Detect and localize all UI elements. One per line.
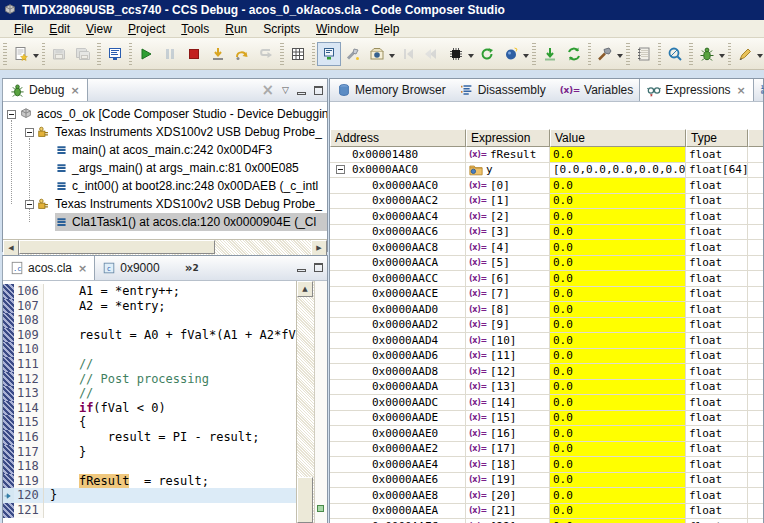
value-cell[interactable]: 0.0 [550, 411, 686, 426]
tree-expander-icon[interactable] [25, 200, 34, 209]
gutter-annotation[interactable] [3, 401, 14, 416]
expression-row[interactable]: 0x0000AAE0(x)=[16]0.0float [330, 426, 763, 442]
load-program-button[interactable] [365, 42, 389, 66]
tab-memory-browser[interactable]: Memory Browser [330, 79, 453, 101]
tab-variables[interactable]: (x)=Variables [553, 79, 641, 101]
editor-tab-acoscla[interactable]: .cacos.cla× [2, 256, 95, 280]
type-cell[interactable]: float [686, 225, 748, 240]
expression-cell[interactable]: (x)=[19] [466, 473, 550, 488]
close-icon[interactable]: × [70, 84, 79, 97]
column-header-address[interactable]: Address [330, 129, 466, 147]
new-wizard-dropdown-icon[interactable] [33, 54, 39, 61]
address-cell[interactable]: 0x0000AADE [330, 411, 466, 426]
connect-chip-dropdown-icon[interactable] [468, 54, 474, 61]
expression-cell[interactable]: (x)=[2] [466, 209, 550, 224]
debug-dropdown-icon[interactable] [719, 54, 725, 61]
type-cell[interactable]: float [686, 442, 748, 457]
code-line[interactable]: 116 result = PI - result; [3, 430, 296, 445]
suspend-button[interactable] [158, 42, 182, 66]
save-button[interactable] [47, 42, 71, 66]
close-icon[interactable]: × [737, 84, 746, 97]
code-text[interactable] [44, 503, 296, 518]
value-cell[interactable]: 0.0 [550, 364, 686, 379]
debug-horizontal-scrollbar[interactable]: ◀ ▶ [3, 239, 327, 256]
flash-settings-button[interactable] [341, 42, 365, 66]
value-cell[interactable]: 0.0 [550, 395, 686, 410]
address-cell[interactable]: 0x0000AAC0 [330, 163, 466, 178]
tree-expander-icon[interactable] [7, 110, 16, 119]
scroll-thumb[interactable] [297, 477, 313, 523]
expression-row[interactable]: 0x0000AADC(x)=[14]0.0float [330, 395, 763, 411]
code-text[interactable]: // [44, 386, 296, 401]
type-cell[interactable]: float [686, 473, 748, 488]
gutter-annotation[interactable] [3, 357, 14, 372]
step-over-button[interactable] [230, 42, 254, 66]
expression-row[interactable]: 0x0000AAE4(x)=[18]0.0float [330, 457, 763, 473]
tab-expressions[interactable]: Expressions× [639, 79, 754, 101]
tree-item[interactable]: acos_0_ok [Code Composer Studio - Device… [19, 105, 327, 123]
type-cell[interactable]: float [686, 271, 748, 286]
expression-cell[interactable]: (x)=[14] [466, 395, 550, 410]
value-cell[interactable]: 0.0 [550, 287, 686, 302]
debug-console-button[interactable] [103, 42, 127, 66]
value-cell[interactable]: 0.0 [550, 271, 686, 286]
code-text[interactable]: result = PI - result; [44, 430, 296, 445]
expression-cell[interactable]: (x)=[7] [466, 287, 550, 302]
gutter-annotation[interactable] [3, 503, 14, 518]
expression-cell[interactable]: (x)=[10] [466, 333, 550, 348]
address-cell[interactable]: 0x0000AAEA [330, 504, 466, 519]
type-cell[interactable]: float [686, 395, 748, 410]
close-icon[interactable]: × [78, 262, 87, 275]
reset-cpu-button[interactable] [475, 42, 499, 66]
value-cell[interactable]: 0.0 [550, 473, 686, 488]
expression-row[interactable]: 0x0000AAD0(x)=[8]0.0float [330, 302, 763, 318]
view-menu-icon[interactable]: ▽ [282, 85, 289, 95]
minimize-icon[interactable] [297, 92, 306, 95]
expression-cell[interactable]: (x)=[17] [466, 442, 550, 457]
type-cell[interactable]: float [686, 194, 748, 209]
type-cell[interactable]: float [686, 364, 748, 379]
address-cell[interactable]: 0x0000AADA [330, 380, 466, 395]
code-text[interactable]: { [44, 415, 296, 430]
tree-row[interactable]: Cla1Task1() at acos.cla:120 0x0000904E (… [3, 213, 327, 231]
menu-edit[interactable]: Edit [41, 21, 78, 37]
menu-file[interactable]: File [6, 21, 41, 37]
expression-row[interactable]: 0x0000AAD6(x)=[11]0.0float [330, 349, 763, 365]
type-cell[interactable]: float [686, 209, 748, 224]
address-cell[interactable]: 0x0000AAE6 [330, 473, 466, 488]
load-program-dropdown-icon[interactable] [389, 54, 395, 61]
expression-cell[interactable]: (x)=[9] [466, 318, 550, 333]
address-cell[interactable]: 0x0000AAD0 [330, 302, 466, 317]
expression-cell[interactable]: (x)=[11] [466, 349, 550, 364]
expression-row[interactable]: 0x0000AAC4(x)=[2]0.0float [330, 209, 763, 225]
type-cell[interactable]: float [686, 426, 748, 441]
expression-cell[interactable]: (x)=[16] [466, 426, 550, 441]
address-cell[interactable]: 0x0000AAD4 [330, 333, 466, 348]
tree-item[interactable]: _args_main() at args_main.c:81 0x00E085 [55, 159, 327, 177]
save-all-button[interactable] [71, 42, 95, 66]
address-cell[interactable]: 0x0000AAC2 [330, 194, 466, 209]
expression-row[interactable]: 0x0000AAD2(x)=[9]0.0float [330, 318, 763, 334]
expression-row[interactable]: 0x0000AAEA(x)=[21]0.0float [330, 504, 763, 520]
code-line[interactable]: 110 [3, 342, 296, 357]
expression-row[interactable]: 0x0000AAD4(x)=[10]0.0float [330, 333, 763, 349]
tree-row[interactable]: c_int00() at boot28.inc:248 0x00DAEB (_c… [3, 177, 327, 195]
expression-cell[interactable]: (x)=[5] [466, 256, 550, 271]
search-button[interactable] [663, 42, 687, 66]
tree-item[interactable]: c_int00() at boot28.inc:248 0x00DAEB (_c… [55, 177, 327, 195]
value-cell[interactable]: 0.0 [550, 225, 686, 240]
code-line[interactable]: 107 A2 = *entry; [3, 299, 296, 314]
build-button[interactable] [593, 42, 617, 66]
column-header-value[interactable]: Value [550, 129, 686, 147]
expression-cell[interactable]: (x)=[4] [466, 240, 550, 255]
value-cell[interactable]: 0.0 [550, 426, 686, 441]
value-cell[interactable]: 0.0 [550, 333, 686, 348]
address-cell[interactable]: 0x0000AAC4 [330, 209, 466, 224]
tree-row[interactable]: acos_0_ok [Code Composer Studio - Device… [3, 105, 327, 123]
value-cell[interactable]: 0.0 [550, 504, 686, 519]
code-text[interactable]: // Post processing [44, 372, 296, 387]
address-cell[interactable]: 0x0000AAC8 [330, 240, 466, 255]
expression-row[interactable]: 0x0000AACA(x)=[5]0.0float [330, 256, 763, 272]
code-line[interactable]: 106 A1 = *entry++; [3, 284, 296, 299]
expression-cell[interactable]: (x)=[22] [466, 519, 550, 523]
